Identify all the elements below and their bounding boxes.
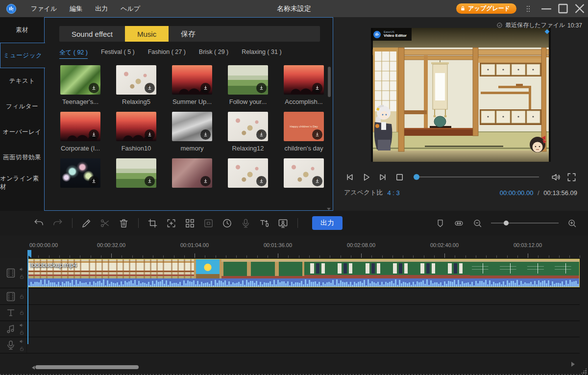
music-item[interactable]: Relaxing5: [116, 65, 156, 105]
unlock-icon[interactable]: [19, 330, 24, 335]
unlock-icon[interactable]: [19, 274, 24, 279]
tab-sound-effect[interactable]: Sound effect: [59, 26, 125, 42]
menu-ヘルプ[interactable]: ヘルプ: [114, 0, 147, 17]
category-filter[interactable]: Festival ( 5 ): [101, 49, 135, 59]
tab-music[interactable]: Music: [125, 26, 169, 42]
timeline-zoom-slider[interactable]: [491, 223, 559, 224]
unlock-icon[interactable]: [19, 294, 24, 299]
seek-bar[interactable]: [414, 176, 539, 177]
download-icon[interactable]: [145, 129, 155, 140]
music-item[interactable]: memory: [172, 112, 212, 152]
tab-保存[interactable]: 保存: [169, 26, 208, 42]
text-to-speech-button[interactable]: [259, 218, 270, 229]
crop-button[interactable]: [147, 218, 158, 229]
duration-clock-button[interactable]: [221, 218, 233, 229]
fullscreen-button[interactable]: [566, 172, 577, 183]
music-item[interactable]: Corporate (I...: [60, 112, 100, 152]
download-icon[interactable]: [256, 176, 267, 186]
unlock-icon[interactable]: [19, 346, 24, 351]
sidebar-item[interactable]: テキスト: [0, 68, 44, 94]
music-item[interactable]: Summer Up...: [172, 65, 212, 105]
download-icon[interactable]: [145, 176, 155, 186]
download-icon[interactable]: [312, 129, 322, 140]
previous-frame-button[interactable]: [344, 172, 355, 183]
category-filter[interactable]: Brisk ( 29 ): [199, 49, 228, 59]
track-row[interactable]: [0, 337, 580, 353]
sidebar-item[interactable]: オーバーレイ: [0, 119, 44, 145]
panel-scrollbar[interactable]: [328, 67, 331, 97]
zoom-out-button[interactable]: [472, 218, 483, 228]
sidebar-item[interactable]: 画面切替効果: [0, 145, 44, 170]
download-icon[interactable]: [256, 83, 267, 93]
category-filter[interactable]: Fashion ( 27 ): [148, 49, 186, 59]
playhead-line[interactable]: [27, 250, 28, 344]
zoom-region-button[interactable]: [166, 218, 177, 229]
music-item[interactable]: Relaxing12: [228, 112, 268, 152]
music-item[interactable]: [228, 158, 268, 199]
sidebar-item[interactable]: 素材: [0, 17, 44, 43]
volume-button[interactable]: [550, 172, 562, 183]
music-item[interactable]: [284, 158, 324, 199]
track-row[interactable]: [0, 305, 580, 321]
menu-編集[interactable]: 編集: [63, 0, 89, 17]
video-preview[interactable]: EaseUS Video Editor: [371, 28, 551, 162]
zoom-in-button[interactable]: [567, 218, 577, 228]
download-icon[interactable]: [89, 83, 99, 93]
download-icon[interactable]: [256, 129, 267, 140]
speaker-icon[interactable]: [19, 267, 24, 272]
speaker-icon[interactable]: [19, 339, 24, 344]
hscroll-left-arrow-icon[interactable]: [30, 366, 35, 370]
timeline-clip[interactable]: lodobuckup.mp4: [28, 259, 580, 287]
track-row[interactable]: [0, 321, 580, 337]
stop-button[interactable]: [394, 172, 405, 183]
close-button[interactable]: [571, 0, 588, 17]
music-item[interactable]: Teenager's...: [60, 65, 100, 105]
download-icon[interactable]: [200, 129, 211, 140]
sidebar-item[interactable]: フィルター: [0, 94, 44, 119]
download-icon[interactable]: [312, 176, 322, 186]
seek-handle[interactable]: [414, 174, 419, 180]
music-item[interactable]: Happy children`s Daychildren's day: [284, 112, 324, 152]
music-item[interactable]: Accomplish...: [284, 65, 324, 105]
fit-timeline-button[interactable]: [454, 218, 464, 228]
sidebar-item[interactable]: オンライン素材: [0, 170, 44, 196]
upgrade-button[interactable]: アップグレード: [456, 3, 516, 14]
music-item[interactable]: Fashion10: [116, 112, 156, 152]
download-icon[interactable]: [200, 176, 211, 186]
aspect-ratio-value[interactable]: 4 : 3: [388, 189, 400, 197]
download-icon[interactable]: [312, 83, 322, 93]
download-icon[interactable]: [89, 176, 99, 186]
timeline-ruler[interactable]: 00:00:00.0000:00:32.0000:01:04.0000:01:3…: [0, 235, 588, 258]
mosaic-button[interactable]: [184, 218, 196, 229]
category-filter[interactable]: Relaxing ( 31 ): [242, 49, 281, 59]
hscroll-right-arrow-icon[interactable]: [571, 362, 577, 367]
download-icon[interactable]: [89, 129, 99, 140]
play-button[interactable]: [361, 172, 372, 183]
kebab-menu-icon[interactable]: [523, 3, 533, 14]
presenter-button[interactable]: [277, 218, 289, 229]
menu-ファイル[interactable]: ファイル: [24, 0, 63, 17]
hscroll-thumb[interactable]: [35, 365, 139, 369]
unlock-icon[interactable]: [19, 310, 24, 316]
export-button[interactable]: 出力: [312, 216, 343, 230]
undo-button[interactable]: [33, 218, 45, 229]
music-item[interactable]: [116, 158, 156, 199]
maximize-button[interactable]: [555, 0, 571, 17]
music-item[interactable]: [172, 158, 212, 199]
timeline-zoom-handle[interactable]: [504, 221, 509, 225]
download-icon[interactable]: [200, 83, 211, 93]
trash-button[interactable]: [118, 218, 129, 229]
category-filter[interactable]: 全て ( 92 ): [59, 49, 88, 59]
download-icon[interactable]: [145, 83, 155, 93]
edit-pencil-button[interactable]: [81, 218, 92, 229]
track-row[interactable]: [0, 288, 580, 305]
minimize-button[interactable]: [538, 0, 555, 17]
next-frame-button[interactable]: [377, 172, 389, 183]
music-item[interactable]: Follow your...: [228, 65, 268, 105]
panel-scroll-down-icon[interactable]: [327, 208, 331, 211]
music-item[interactable]: [60, 158, 100, 199]
speaker-icon[interactable]: [19, 323, 24, 328]
menu-出力[interactable]: 出力: [89, 0, 114, 17]
marker-button[interactable]: [435, 218, 445, 228]
sidebar-item[interactable]: ミュージック: [0, 43, 45, 68]
